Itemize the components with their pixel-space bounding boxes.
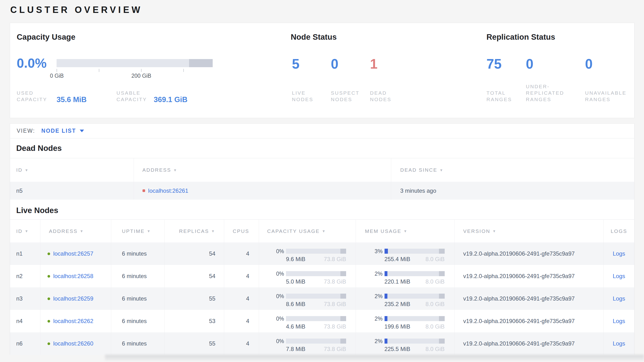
- axis-tick: [99, 69, 99, 72]
- capacity-usage-bar: [286, 338, 346, 343]
- mem-usage-cell: 2% 220.1 MiB8.0 GiB: [356, 265, 454, 287]
- replicas-cell: 54: [164, 242, 224, 265]
- uptime-cell: 6 minutes: [111, 265, 164, 287]
- replication-status-title: Replication Status: [486, 33, 555, 42]
- mem-total-value: 8.0 GiB: [426, 278, 445, 285]
- logs-cell: Logs: [604, 242, 634, 265]
- capacity-usage-bar: [286, 249, 346, 254]
- logs-link[interactable]: Logs: [613, 340, 625, 347]
- live-nodes-label: LIVE NODES: [292, 90, 314, 103]
- uptime-cell: 6 minutes: [111, 310, 164, 332]
- column-header-mem-usage[interactable]: MEM USAGE ▼: [356, 220, 454, 242]
- logs-link[interactable]: Logs: [613, 273, 625, 279]
- column-header-label: UPTIME: [122, 228, 145, 234]
- logs-link[interactable]: Logs: [613, 250, 625, 257]
- column-header-label: ADDRESS: [49, 228, 78, 234]
- node-address-cell: localhost:26259: [40, 287, 111, 310]
- mem-usage-bar: [384, 338, 445, 343]
- live-nodes-table-header: ID ▼ ADDRESS ▼ UPTIME ▼ REPLICAS ▼ CPUS …: [10, 220, 634, 242]
- mem-usage-cell: 3% 255.4 MiB8.0 GiB: [356, 242, 454, 265]
- view-bar: VIEW: NODE LIST: [10, 124, 634, 138]
- column-header-capacity-usage[interactable]: CAPACITY USAGE ▼: [259, 220, 356, 242]
- column-header-label: CPUS: [233, 228, 249, 234]
- node-id-cell: n3: [10, 287, 40, 310]
- logs-cell: Logs: [604, 332, 634, 355]
- version-cell: v19.2.0-alpha.20190606-2491-gfe735c9a97: [454, 332, 604, 355]
- live-node-row: n2 localhost:26258 6 minutes 54 4 0% 5.0…: [10, 265, 634, 287]
- column-header-uptime[interactable]: UPTIME ▼: [111, 220, 164, 242]
- live-node-row: n1 localhost:26257 6 minutes 54 4 0% 9.6…: [10, 242, 634, 265]
- column-header-label: DEAD SINCE: [400, 167, 437, 173]
- capacity-used-value: 9.6 MiB: [286, 256, 305, 263]
- under-replicated-ranges-count: 0: [526, 56, 534, 72]
- mem-usage-cell: 2% 235.2 MiB8.0 GiB: [356, 287, 454, 310]
- capacity-used-value: 7.8 MiB: [286, 346, 305, 352]
- capacity-total-value: 73.8 GiB: [324, 278, 346, 285]
- live-status-icon: [48, 342, 50, 345]
- logs-link[interactable]: Logs: [613, 318, 625, 324]
- column-header-address[interactable]: ADDRESS ▼: [134, 158, 391, 182]
- view-label: VIEW:: [17, 128, 35, 134]
- node-address-link[interactable]: localhost:26257: [53, 250, 93, 257]
- mem-usage-bar: [384, 271, 445, 276]
- node-address-cell: localhost:26262: [40, 310, 111, 332]
- axis-tick-label: 0 GiB: [50, 73, 64, 79]
- version-cell: v19.2.0-alpha.20190606-2491-gfe735c9a97: [454, 310, 604, 332]
- node-id-cell: n6: [10, 332, 40, 355]
- bar-end-segment: [340, 338, 346, 343]
- column-header-logs: LOGS: [604, 220, 634, 242]
- live-node-row: n3 localhost:26259 6 minutes 55 4 0% 8.6…: [10, 287, 634, 310]
- node-address-link[interactable]: localhost:26261: [148, 188, 188, 194]
- mem-total-value: 8.0 GiB: [426, 301, 445, 307]
- mem-used-value: 199.6 MiB: [384, 323, 410, 330]
- replicas-cell: 55: [164, 332, 224, 355]
- suspect-nodes-label: SUSPECT NODES: [331, 90, 360, 103]
- capacity-percent-label: 0%: [276, 316, 284, 322]
- column-header-address[interactable]: ADDRESS ▼: [40, 220, 111, 242]
- column-header-replicas[interactable]: REPLICAS ▼: [164, 220, 224, 242]
- used-capacity-value: 35.6 MiB: [56, 95, 87, 104]
- used-capacity-label: USED CAPACITY: [17, 90, 47, 103]
- capacity-percent-label: 0%: [276, 248, 284, 255]
- cpus-cell: 4: [224, 287, 259, 310]
- suspect-nodes-count: 0: [331, 56, 338, 72]
- node-address-link[interactable]: localhost:26262: [53, 318, 93, 324]
- node-list-selector[interactable]: NODE LIST: [41, 128, 84, 134]
- node-id-cell: n1: [10, 242, 40, 265]
- node-address-cell: localhost:26260: [40, 332, 111, 355]
- capacity-usage-bar: [286, 316, 346, 321]
- bar-end-segment: [340, 249, 346, 254]
- usable-capacity-value: 369.1 GiB: [154, 95, 188, 104]
- column-header-version[interactable]: VERSION ▼: [454, 220, 604, 242]
- live-node-row: n6 localhost:26260 6 minutes 55 4 0% 7.8…: [10, 332, 634, 355]
- mem-usage-cell: 2% 199.6 MiB8.0 GiB: [356, 310, 454, 332]
- axis-tick-label: 200 GiB: [131, 73, 151, 79]
- mem-used-value: 235.2 MiB: [384, 301, 410, 307]
- dead-nodes-count: 1: [370, 56, 378, 72]
- node-address-link[interactable]: localhost:26258: [53, 273, 93, 279]
- bar-fill: [384, 249, 388, 254]
- capacity-usage-cell: 0% 4.6 MiB73.8 GiB: [259, 310, 356, 332]
- bar-end-segment: [340, 271, 346, 276]
- logs-link[interactable]: Logs: [613, 295, 625, 302]
- mem-percent-label: 2%: [374, 338, 382, 344]
- column-header-dead-since[interactable]: DEAD SINCE ▼: [391, 158, 634, 182]
- capacity-usage-bar: [286, 271, 346, 276]
- sort-desc-icon: ▼: [492, 229, 497, 233]
- live-nodes-heading: Live Nodes: [10, 200, 634, 215]
- dead-node-row: n5 localhost:26261 3 minutes ago: [10, 182, 634, 200]
- mem-percent-label: 2%: [374, 271, 382, 277]
- node-id-cell: n2: [10, 265, 40, 287]
- capacity-total-value: 73.8 GiB: [324, 301, 346, 307]
- node-address-link[interactable]: localhost:26259: [53, 295, 93, 302]
- capacity-bar-nonusable-segment: [189, 59, 213, 67]
- chevron-down-icon: [80, 130, 84, 132]
- bar-end-segment: [439, 294, 445, 299]
- column-header-id[interactable]: ID ▼: [10, 220, 40, 242]
- version-cell: v19.2.0-alpha.20190606-2491-gfe735c9a97: [454, 287, 604, 310]
- live-node-row: n4 localhost:26262 6 minutes 53 4 0% 4.6…: [10, 310, 634, 332]
- column-header-id[interactable]: ID ▼: [10, 158, 134, 182]
- capacity-usage-title: Capacity Usage: [17, 33, 76, 42]
- node-address-link[interactable]: localhost:26260: [53, 340, 93, 347]
- column-header-label: MEM USAGE: [365, 228, 402, 234]
